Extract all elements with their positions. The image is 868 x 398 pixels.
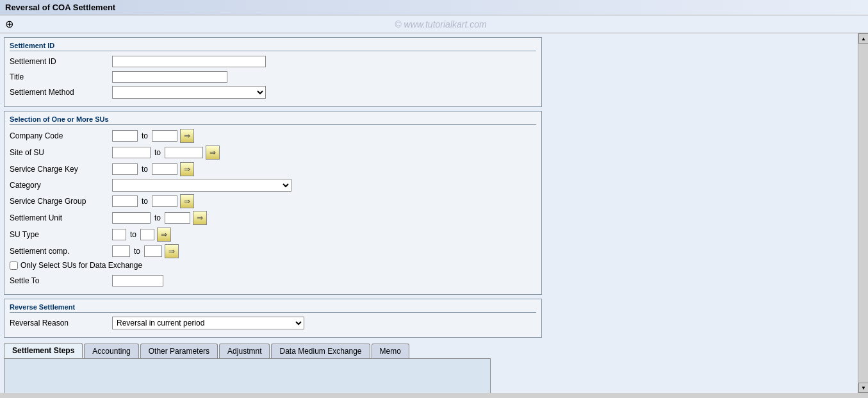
to-label-5: to [154,213,161,222]
tab-memo[interactable]: Memo [372,344,409,358]
settlement-unit-label: Settlement Unit [10,213,112,222]
settlement-id-row: Settlement ID [10,55,536,68]
settlement-unit-row: Settlement Unit to ⇒ [10,211,536,225]
only-select-sus-label: Only Select SUs for Data Exchange [20,261,142,270]
title-row: Title [10,70,536,83]
service-charge-group-label: Service Charge Group [10,197,112,206]
settlement-unit-from[interactable] [112,212,151,224]
service-charge-key-row: Service Charge Key to ⇒ [10,162,536,176]
settlement-id-label: Settlement ID [10,57,112,66]
company-code-to[interactable] [152,130,177,142]
only-select-sus-row: Only Select SUs for Data Exchange [10,261,536,270]
su-type-row: SU Type to ⇒ [10,228,536,242]
tabs-container: Settlement Steps Accounting Other Parame… [4,343,864,358]
to-label-7: to [134,247,140,256]
company-code-row: Company Code to ⇒ [10,129,536,143]
company-code-label: Company Code [10,131,112,140]
globe-icon[interactable]: ⊕ [5,18,13,30]
reverse-settlement-section: Reverse Settlement Reversal Reason Rever… [4,299,542,338]
settlement-comp-to[interactable] [144,245,162,257]
watermark: © www.tutorialkart.com [19,19,863,29]
su-type-from[interactable] [112,229,126,240]
main-content: ▲ ▼ Settlement ID Settlement ID Title Se… [0,33,868,393]
service-charge-key-label: Service Charge Key [10,165,112,174]
scroll-up-arrow[interactable]: ▲ [858,33,868,44]
category-row: Category [10,179,536,192]
su-type-to[interactable] [140,229,154,240]
settlement-comp-from[interactable] [112,245,130,257]
settle-to-input[interactable] [112,275,163,286]
settlement-method-row: Settlement Method [10,86,536,99]
settle-to-label: Settle To [10,276,112,285]
service-charge-group-from[interactable] [112,195,138,207]
settlement-id-section-title: Settlement ID [10,42,536,51]
only-select-sus-checkbox[interactable] [10,261,18,270]
su-type-label: SU Type [10,230,112,239]
category-select[interactable] [112,179,291,192]
site-of-su-label: Site of SU [10,148,112,157]
site-of-su-from[interactable] [112,147,151,158]
settlement-id-section: Settlement ID Settlement ID Title Settle… [4,37,542,107]
to-label-1: to [142,131,148,140]
settlement-unit-to[interactable] [165,212,190,224]
category-label: Category [10,181,112,190]
service-charge-group-arrow[interactable]: ⇒ [180,194,194,208]
settlement-method-select[interactable] [112,86,266,99]
site-of-su-arrow[interactable]: ⇒ [206,145,220,160]
to-label-4: to [142,197,148,206]
settlement-method-label: Settlement Method [10,88,112,97]
tab-other-parameters[interactable]: Other Parameters [140,344,218,358]
title-input[interactable] [112,71,227,83]
tab-data-medium-exchange[interactable]: Data Medium Exchange [271,344,370,358]
site-of-su-to[interactable] [165,147,203,158]
tab-adjustmnt[interactable]: Adjustmnt [219,344,270,358]
to-label-2: to [154,148,161,157]
title-bar: Reversal of COA Settlement [0,0,868,15]
service-charge-group-to[interactable] [152,195,177,207]
settle-to-row: Settle To [10,275,536,286]
selection-sus-title: Selection of One or More SUs [10,115,536,125]
reversal-reason-label: Reversal Reason [10,319,112,328]
reversal-reason-select[interactable]: Reversal in current period Reversal in p… [112,317,304,329]
to-label-6: to [130,230,136,239]
company-code-from[interactable] [112,130,138,142]
page-title: Reversal of COA Settlement [5,3,115,12]
company-code-arrow[interactable]: ⇒ [180,129,194,143]
toolbar: ⊕ © www.tutorialkart.com [0,15,868,33]
title-label: Title [10,72,112,81]
settlement-comp-label: Settlement comp. [10,247,112,256]
service-charge-key-to[interactable] [152,163,177,175]
scroll-down-arrow[interactable]: ▼ [858,383,868,393]
site-of-su-row: Site of SU to ⇒ [10,145,536,160]
to-label-3: to [142,165,148,174]
service-charge-key-arrow[interactable]: ⇒ [180,162,194,176]
su-type-arrow[interactable]: ⇒ [157,228,171,242]
service-charge-group-row: Service Charge Group to ⇒ [10,194,536,208]
settlement-unit-arrow[interactable]: ⇒ [193,211,207,225]
tab-accounting[interactable]: Accounting [84,344,138,358]
selection-sus-section: Selection of One or More SUs Company Cod… [4,111,542,295]
settlement-comp-arrow[interactable]: ⇒ [165,244,179,258]
reverse-settlement-title: Reverse Settlement [10,303,536,313]
settlement-comp-row: Settlement comp. to ⇒ [10,244,536,258]
service-charge-key-from[interactable] [112,163,138,175]
reversal-reason-row: Reversal Reason Reversal in current peri… [10,317,536,329]
tab-settlement-steps[interactable]: Settlement Steps [4,343,83,358]
tab-content-area [4,358,491,393]
settlement-id-input[interactable] [112,56,266,67]
